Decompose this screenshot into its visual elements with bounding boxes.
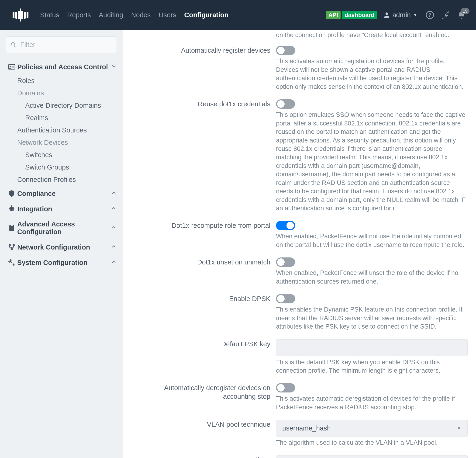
shield-icon bbox=[6, 190, 17, 198]
help-icon[interactable]: ? bbox=[425, 10, 434, 20]
help-unset-unmatch: When enabled, PacketFence will unset the… bbox=[276, 269, 468, 286]
user-menu[interactable]: admin ▼ bbox=[383, 11, 417, 19]
nav-link-auditing[interactable]: Auditing bbox=[99, 11, 123, 19]
user-name: admin bbox=[392, 11, 411, 19]
sidebar: Policies and Access Control Roles Domain… bbox=[0, 30, 123, 458]
main-content: on the connection profile have "Create l… bbox=[123, 30, 476, 458]
toggle-unset-unmatch[interactable] bbox=[276, 258, 295, 267]
chevron-up-icon bbox=[111, 205, 117, 213]
nav-link-reports[interactable]: Reports bbox=[67, 11, 91, 19]
svg-point-18 bbox=[9, 260, 11, 262]
svg-rect-15 bbox=[9, 244, 11, 246]
help-psk-key: This is the default PSK key when you ena… bbox=[276, 358, 468, 375]
help-dpsk: This enables the Dynamic PSK feature on … bbox=[276, 305, 468, 331]
label-unset-unmatch: Dot1x unset on unmatch bbox=[131, 258, 276, 286]
dashboard-badge[interactable]: dashboard bbox=[342, 11, 377, 19]
help-recompute: When enabled, PacketFence will not use t… bbox=[276, 232, 468, 249]
id-card-icon bbox=[6, 63, 17, 71]
svg-rect-17 bbox=[11, 248, 13, 250]
help-auto-dereg: This activates automatic deregistation o… bbox=[276, 394, 468, 411]
svg-point-19 bbox=[13, 264, 14, 265]
sidebar-filter-input[interactable] bbox=[20, 41, 112, 49]
label-psk-key: Default PSK key bbox=[131, 339, 276, 375]
nav-link-nodes[interactable]: Nodes bbox=[131, 11, 151, 19]
label-recompute: Dot1x recompute role from portal bbox=[131, 221, 276, 249]
notifications-icon[interactable]: 19 bbox=[457, 10, 466, 20]
toggle-recompute[interactable] bbox=[276, 221, 295, 230]
sidebar-item-ad-domains[interactable]: Active Directory Domains bbox=[6, 99, 117, 112]
sidebar-group-network-devices: Network Devices bbox=[6, 136, 117, 149]
tools-icon[interactable] bbox=[441, 10, 450, 20]
sidebar-item-switch-groups[interactable]: Switch Groups bbox=[6, 161, 117, 173]
svg-rect-2 bbox=[18, 11, 20, 19]
svg-rect-1 bbox=[15, 12, 17, 19]
partial-help-text: on the connection profile have "Create l… bbox=[276, 31, 468, 39]
notification-count: 19 bbox=[461, 8, 469, 14]
chevron-up-icon bbox=[111, 243, 117, 251]
sidebar-section-advanced[interactable]: Advanced Access Configuration bbox=[6, 217, 117, 240]
chevron-up-icon bbox=[111, 190, 117, 198]
help-vlan-pool: The algorithm used to calculate the VLAN… bbox=[276, 438, 468, 447]
svg-rect-14 bbox=[11, 224, 13, 226]
help-auto-register: This activates automatic registation of … bbox=[276, 57, 468, 91]
sidebar-label-system-config: System Configuration bbox=[17, 259, 111, 267]
network-icon bbox=[6, 243, 17, 251]
sidebar-item-auth-sources[interactable]: Authentication Sources bbox=[6, 124, 117, 136]
nav-link-configuration[interactable]: Configuration bbox=[184, 11, 229, 19]
sidebar-section-compliance[interactable]: Compliance bbox=[6, 186, 117, 201]
sidebar-section-policies[interactable]: Policies and Access Control bbox=[6, 59, 117, 75]
gears-icon bbox=[6, 259, 17, 267]
label-filters: Filters bbox=[131, 455, 276, 458]
sidebar-section-network-config[interactable]: Network Configuration bbox=[6, 240, 117, 255]
sidebar-section-system-config[interactable]: System Configuration bbox=[6, 255, 117, 270]
chevron-up-icon bbox=[111, 259, 117, 267]
label-auto-register: Automatically register devices bbox=[131, 46, 276, 91]
sidebar-label-network-config: Network Configuration bbox=[17, 243, 111, 251]
label-reuse-dot1x: Reuse dot1x credentials bbox=[131, 99, 276, 212]
top-nav: Status Reports Auditing Nodes Users Conf… bbox=[0, 0, 476, 30]
sidebar-group-domains: Domains bbox=[6, 87, 117, 99]
svg-text:?: ? bbox=[428, 12, 432, 18]
svg-rect-13 bbox=[9, 225, 14, 231]
sidebar-item-connection-profiles[interactable]: Connection Profiles bbox=[6, 173, 117, 186]
label-dpsk: Enable DPSK bbox=[131, 294, 276, 331]
sidebar-item-switches[interactable]: Switches bbox=[6, 149, 117, 161]
svg-point-6 bbox=[386, 12, 388, 15]
svg-rect-16 bbox=[13, 244, 15, 246]
label-auto-dereg: Automatically deregister devices on acco… bbox=[131, 383, 276, 411]
sidebar-item-realms[interactable]: Realms bbox=[6, 112, 117, 124]
select-filters[interactable]: any ▼ bbox=[276, 455, 468, 458]
input-psk-key[interactable] bbox=[276, 339, 468, 356]
app-logo bbox=[7, 7, 34, 23]
toggle-auto-dereg[interactable] bbox=[276, 383, 295, 392]
svg-rect-0 bbox=[13, 12, 15, 18]
caret-down-icon: ▼ bbox=[413, 13, 417, 17]
svg-rect-3 bbox=[21, 11, 23, 19]
sidebar-label-advanced: Advanced Access Configuration bbox=[17, 220, 111, 236]
nav-link-status[interactable]: Status bbox=[40, 11, 59, 19]
clipboard-icon bbox=[6, 224, 17, 232]
sidebar-section-integration[interactable]: Integration bbox=[6, 201, 117, 217]
toggle-auto-register[interactable] bbox=[276, 46, 295, 55]
api-badge[interactable]: API bbox=[326, 11, 341, 19]
sidebar-label-compliance: Compliance bbox=[17, 190, 111, 198]
chevron-up-icon bbox=[111, 224, 117, 232]
svg-rect-5 bbox=[26, 12, 28, 18]
sidebar-label-policies: Policies and Access Control bbox=[17, 63, 111, 71]
sidebar-filter[interactable] bbox=[6, 36, 117, 53]
user-icon bbox=[383, 11, 391, 19]
nav-link-users[interactable]: Users bbox=[159, 11, 176, 19]
search-icon bbox=[10, 42, 17, 48]
sidebar-item-roles[interactable]: Roles bbox=[6, 75, 117, 87]
select-vlan-pool[interactable]: username_hash ▼ bbox=[276, 420, 468, 437]
svg-rect-4 bbox=[24, 12, 26, 19]
caret-down-icon: ▼ bbox=[457, 426, 461, 431]
svg-rect-11 bbox=[12, 66, 14, 67]
label-vlan-pool: VLAN pool technique bbox=[131, 420, 276, 447]
sidebar-label-integration: Integration bbox=[17, 205, 111, 213]
svg-rect-12 bbox=[12, 67, 14, 67]
puzzle-icon bbox=[6, 205, 17, 213]
toggle-dpsk[interactable] bbox=[276, 294, 295, 303]
toggle-reuse-dot1x[interactable] bbox=[276, 99, 295, 109]
nav-links: Status Reports Auditing Nodes Users Conf… bbox=[40, 11, 229, 19]
